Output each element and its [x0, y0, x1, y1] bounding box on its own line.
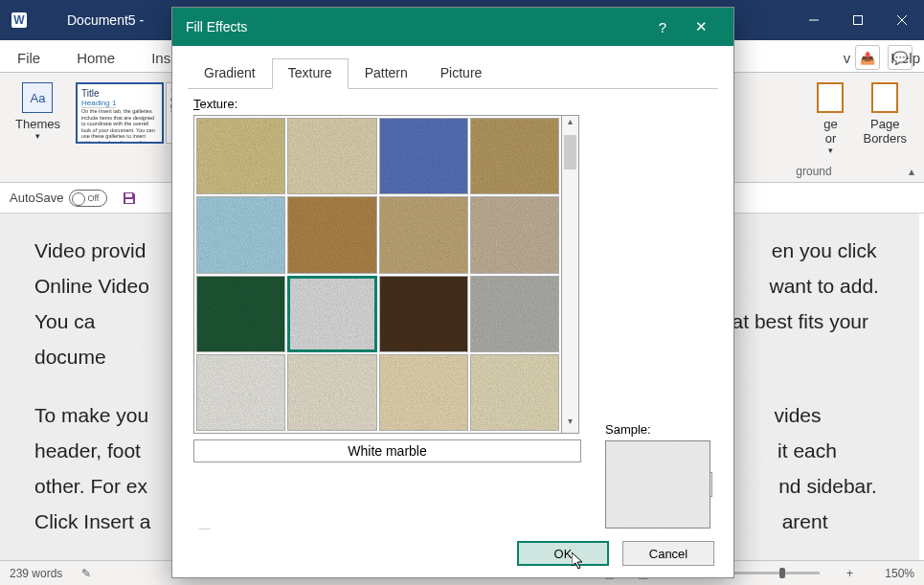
page-borders-button[interactable]: Page Borders — [853, 82, 916, 146]
texture-woven-mat[interactable] — [470, 118, 559, 194]
texture-green-marble[interactable] — [196, 276, 285, 352]
rotate-checkbox — [197, 529, 212, 529]
collapse-ribbon-button[interactable]: ▴ — [909, 165, 914, 178]
texture-scrollbar[interactable]: ▴ ▾ — [562, 115, 579, 434]
texture-brown-marble[interactable] — [379, 276, 468, 352]
texture-sand[interactable] — [470, 196, 559, 273]
texture-papyrus[interactable] — [196, 118, 285, 194]
comments-button[interactable]: 💬 — [888, 45, 913, 70]
scrollbar-thumb[interactable] — [564, 135, 576, 169]
dialog-title: Fill Effects — [186, 19, 247, 34]
tab-home[interactable]: Home — [73, 44, 119, 72]
rotate-label: Rotate fill effect with shape — [222, 529, 371, 529]
save-icon[interactable] — [121, 190, 138, 207]
tab-pattern[interactable]: Pattern — [349, 58, 424, 89]
fill-effects-dialog: Fill Effects ? ✕ Gradient Texture Patter… — [171, 7, 734, 578]
texture-canvas[interactable] — [287, 118, 376, 194]
share-button[interactable]: 📤 — [855, 45, 880, 70]
dialog-tabs: Gradient Texture Pattern Picture — [188, 57, 718, 89]
svg-rect-1 — [854, 16, 863, 25]
svg-rect-4 — [125, 193, 132, 197]
autosave-label: AutoSave — [10, 191, 63, 205]
cancel-button[interactable]: Cancel — [622, 541, 714, 566]
minimize-button[interactable] — [792, 0, 836, 40]
page-color-icon — [817, 82, 844, 113]
chevron-down-icon: ▾ — [828, 146, 833, 155]
texture-white-marble[interactable] — [287, 276, 376, 352]
selected-texture-name: White marble — [193, 439, 581, 462]
themes-icon: Aa — [22, 82, 53, 113]
dialog-footer: OK Cancel — [172, 529, 733, 577]
sample-preview — [605, 440, 710, 529]
page-color-button[interactable]: ge or ▾ — [807, 82, 853, 155]
texture-recycled-paper[interactable] — [287, 354, 376, 431]
zoom-percent[interactable]: 150% — [872, 567, 914, 580]
sample-label: Sample: — [605, 422, 710, 437]
tab-file[interactable]: File — [13, 44, 44, 72]
texture-fish-fossil[interactable] — [379, 196, 468, 273]
dialog-titlebar[interactable]: Fill Effects ? ✕ — [172, 8, 733, 46]
texture-stationery[interactable] — [470, 354, 559, 431]
style-set-preview-1[interactable]: Title Heading 1 On the Insert tab, the g… — [76, 82, 164, 144]
tab-texture[interactable]: Texture — [272, 58, 349, 89]
texture-grid — [193, 115, 562, 434]
window-controls — [792, 0, 924, 40]
tab-gradient[interactable]: Gradient — [188, 58, 272, 89]
zoom-slider-thumb[interactable] — [779, 568, 785, 578]
dialog-close-button[interactable]: ✕ — [682, 18, 720, 35]
proofing-icon[interactable]: ✎ — [78, 567, 95, 580]
ribbon-group-label: ground — [728, 165, 900, 178]
document-title: Document5 - — [67, 12, 144, 28]
zoom-in-button[interactable]: + — [843, 567, 857, 580]
maximize-button[interactable] — [836, 0, 880, 40]
themes-button[interactable]: Aa Themes ▾ — [15, 79, 60, 141]
texture-denim[interactable] — [379, 118, 468, 194]
word-count[interactable]: 239 words — [10, 567, 62, 580]
page-borders-icon — [871, 82, 898, 113]
texture-granite[interactable] — [470, 276, 559, 352]
themes-label: Themes — [15, 117, 60, 131]
close-button[interactable] — [880, 0, 924, 40]
texture-water-droplets[interactable] — [196, 196, 285, 273]
ok-button[interactable]: OK — [517, 541, 609, 566]
svg-rect-5 — [125, 199, 133, 203]
texture-label: Texture: — [193, 97, 712, 111]
word-app-icon: W — [11, 12, 27, 28]
autosave-toggle[interactable]: Off — [69, 190, 107, 207]
dialog-help-button[interactable]: ? — [643, 19, 682, 35]
scroll-down-button[interactable]: ▾ — [562, 416, 578, 433]
texture-paper-bag[interactable] — [287, 196, 376, 273]
texture-parchment[interactable] — [379, 354, 468, 431]
texture-newsprint[interactable] — [196, 354, 285, 431]
tab-picture[interactable]: Picture — [424, 58, 499, 89]
scroll-up-button[interactable]: ▴ — [562, 116, 578, 133]
tab-view-partial[interactable]: v — [840, 44, 855, 72]
chevron-down-icon: ▾ — [35, 131, 40, 141]
